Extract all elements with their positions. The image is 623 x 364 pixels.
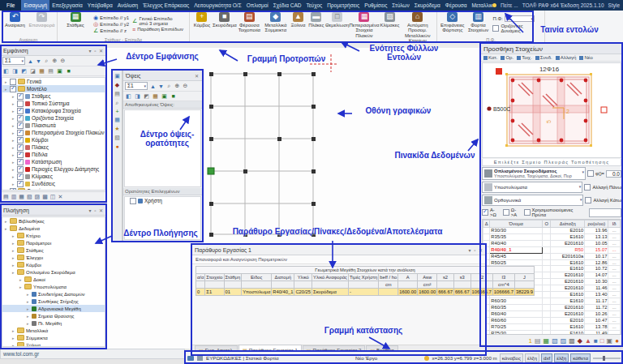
views-toolbar-icon[interactable]: ⊕ bbox=[174, 83, 181, 90]
display-footer-icon[interactable]: ▤ bbox=[3, 194, 9, 200]
expander-icon[interactable]: ▸ bbox=[12, 152, 15, 157]
expander-icon[interactable]: ▸ bbox=[5, 87, 8, 92]
expander-icon[interactable]: ▸ bbox=[27, 292, 30, 297]
data-board-toolbar-button[interactable]: Νέο bbox=[578, 55, 593, 60]
section-row[interactable]: R60/60 E2010 10.47 bbox=[483, 317, 621, 323]
section-details-button[interactable] bbox=[608, 298, 621, 304]
navigation-tree-item[interactable]: ▸ Παράμετροι bbox=[2, 239, 105, 246]
display-tree-item[interactable]: ▸ Πέδιλα bbox=[2, 151, 105, 158]
display-tree-item[interactable]: ▸ Γενικά bbox=[2, 78, 105, 85]
expander-icon[interactable]: ▸ bbox=[27, 299, 30, 304]
views-toolbar-icon2[interactable]: ■ bbox=[170, 92, 177, 100]
section-corner-marker[interactable] bbox=[496, 68, 502, 75]
display-view-icon[interactable]: ■ bbox=[65, 67, 72, 75]
data-board-footer-icon[interactable]: ▧ bbox=[552, 337, 558, 345]
view-strip-icon[interactable]: ▣ bbox=[114, 73, 120, 79]
ribbon-tab[interactable]: Εισαγωγή bbox=[21, 0, 49, 11]
section-details-button[interactable] bbox=[608, 233, 621, 240]
geometry-col-header[interactable]: Στάθμη bbox=[224, 274, 242, 281]
fem-slabs-button[interactable]: ▦Πεπερασμένα Στοιχεία Πλακών bbox=[349, 11, 379, 43]
ribbon-tab[interactable]: Υπόβαθρα bbox=[85, 0, 115, 11]
section-row[interactable]: R30/30 E2010 13.96 bbox=[483, 228, 621, 234]
expander-icon[interactable]: ▸ bbox=[12, 145, 15, 150]
display-footer-icon[interactable]: ✕ bbox=[58, 194, 62, 200]
display-toolbar-icon[interactable]: ▲ bbox=[27, 58, 34, 65]
expander-icon[interactable]: ▸ bbox=[12, 101, 15, 106]
display-footer-icon[interactable]: ▨ bbox=[35, 194, 41, 200]
geometry-col-header[interactable]: Τιμές Χρήστη bbox=[348, 274, 378, 281]
ribbon-tab[interactable]: Ρυθμίσεις bbox=[362, 0, 389, 11]
geometry-col-header[interactable]: Υλικό Αναφοράς bbox=[312, 274, 349, 281]
website-link-bar[interactable]: www.tol.com.gr bbox=[0, 349, 185, 359]
section-row[interactable]: R40/40 E201610 10.05 bbox=[483, 240, 621, 246]
member-loads-button[interactable]: ▥Φορτία Στοιχείων bbox=[466, 11, 491, 36]
section-details-button[interactable] bbox=[608, 304, 621, 310]
section-details-button[interactable] bbox=[608, 330, 621, 335]
visibility-checkbox[interactable] bbox=[17, 93, 24, 100]
auto-steel-building-button[interactable]: ⌂Αυτόματη Προσομ. Μεταλλικών Κτηρίων bbox=[400, 11, 435, 43]
ribbon-tab[interactable]: Ανάλυση bbox=[115, 0, 141, 11]
list-icon[interactable] bbox=[197, 356, 203, 361]
section-details-button[interactable] bbox=[608, 246, 621, 253]
concrete-button[interactable]: ■Σκυρόδεμα bbox=[213, 11, 237, 43]
ribbon-tab[interactable]: Σκυρόδεμα bbox=[412, 0, 443, 11]
views-toolbar-icon2[interactable]: ◨ bbox=[134, 92, 141, 100]
data-board-footer-icon[interactable]: 1 bbox=[529, 337, 532, 345]
saved-views-list[interactable] bbox=[124, 109, 201, 187]
work-window-buttons[interactable]: ▾ ▫ ✕ bbox=[469, 247, 484, 253]
expander-icon[interactable]: ▸ bbox=[27, 321, 30, 326]
data-board-footer-icon[interactable]: □ bbox=[600, 337, 604, 345]
selected-column-marker[interactable] bbox=[208, 168, 214, 174]
view-strip-icon[interactable]: ◆ bbox=[115, 82, 119, 88]
expander-icon[interactable]: ▸ bbox=[12, 167, 15, 172]
ribbon-tab[interactable]: Προμετρήσεις bbox=[324, 0, 362, 11]
expander-icon[interactable]: ▸ bbox=[12, 255, 15, 260]
views-level-combo[interactable]: Σ1 bbox=[125, 82, 148, 90]
expander-icon[interactable]: ▸ bbox=[12, 123, 15, 128]
geometry-col-header[interactable]: Διατομή bbox=[272, 274, 294, 281]
visibility-checkbox[interactable] bbox=[10, 188, 16, 191]
section-details-button[interactable] bbox=[608, 228, 621, 234]
horizontal-forces-checkbox[interactable]: Οριζόντιες Δυνάμεις bbox=[492, 24, 540, 33]
expander-icon[interactable]: ▸ bbox=[12, 138, 15, 143]
sections-table-header[interactable]: ρο(ο/οο) bbox=[585, 221, 608, 228]
navigation-tree-item[interactable]: ▸ Δεδομένα bbox=[2, 225, 105, 232]
data-board-toolbar-button[interactable]: Συνδ. bbox=[535, 55, 553, 60]
data-board-footer-icon[interactable]: ■ bbox=[594, 337, 598, 345]
view-strip-icon[interactable]: ⌕ bbox=[116, 100, 119, 106]
geometry-col-header[interactable]: Είδος bbox=[242, 274, 272, 281]
visibility-checkbox[interactable] bbox=[10, 79, 16, 85]
level-combo[interactable]: Σ1 bbox=[2, 57, 25, 65]
expander-icon[interactable]: ▸ bbox=[12, 94, 15, 99]
view-strip-icon[interactable]: + bbox=[115, 109, 118, 114]
section-details-button[interactable] bbox=[608, 292, 621, 298]
ribbon-tab[interactable]: Μεταλλικά bbox=[470, 0, 492, 11]
expander-icon[interactable]: ▸ bbox=[12, 241, 15, 246]
data-board-footer-icon[interactable]: ▨ bbox=[561, 337, 567, 345]
section-row[interactable]: R60/35 E201610 11.72 bbox=[483, 304, 621, 310]
view-strip-icon[interactable]: ▤ bbox=[114, 91, 120, 97]
plane-y2-button[interactable]: ◎Επίπεδο // y2 bbox=[93, 21, 129, 27]
snap-toggle-button[interactable]: κάθετα bbox=[570, 353, 591, 362]
geometry-col-header[interactable]: I2 bbox=[470, 274, 492, 281]
geometry-col-header[interactable]: α/α bbox=[196, 274, 205, 281]
navigation-tree-item[interactable]: ▸ Δοκοί bbox=[2, 276, 105, 283]
visibility-checkbox[interactable] bbox=[17, 152, 24, 158]
expander-icon[interactable]: ▸ bbox=[12, 131, 15, 135]
section-row[interactable]: R50/25 E1610 12.86 bbox=[483, 259, 621, 266]
visibility-checkbox[interactable] bbox=[17, 181, 24, 187]
display-view-icon[interactable]: ◧ bbox=[2, 67, 10, 75]
ribbon-tab[interactable]: Λειτουργικότητα Ο/Σ bbox=[191, 0, 244, 11]
data-board-toolbar-button[interactable]: Αλλαγή bbox=[555, 55, 578, 60]
navigation-tree-item[interactable]: ▸ Υποστυλώματα bbox=[2, 283, 105, 290]
ribbon-tab[interactable]: Στύλων bbox=[389, 0, 411, 11]
timber-button[interactable]: ▲Ξύλινα bbox=[289, 11, 307, 43]
navigation-tree-item[interactable]: ▸ Πι. Μεγέθη bbox=[2, 319, 105, 327]
display-tree-item[interactable]: ▸ Συνδέσεις bbox=[2, 180, 105, 187]
levels-button[interactable]: ▦ Στάθμες bbox=[59, 11, 92, 36]
display-footer-icon[interactable]: ▧ bbox=[27, 194, 32, 200]
expander-icon[interactable]: ▸ bbox=[12, 109, 15, 113]
display-view-icon[interactable]: ▦ bbox=[38, 67, 45, 75]
geometry-col-header[interactable]: Υλικό bbox=[294, 274, 312, 281]
file-menu-button[interactable]: File bbox=[0, 0, 21, 11]
